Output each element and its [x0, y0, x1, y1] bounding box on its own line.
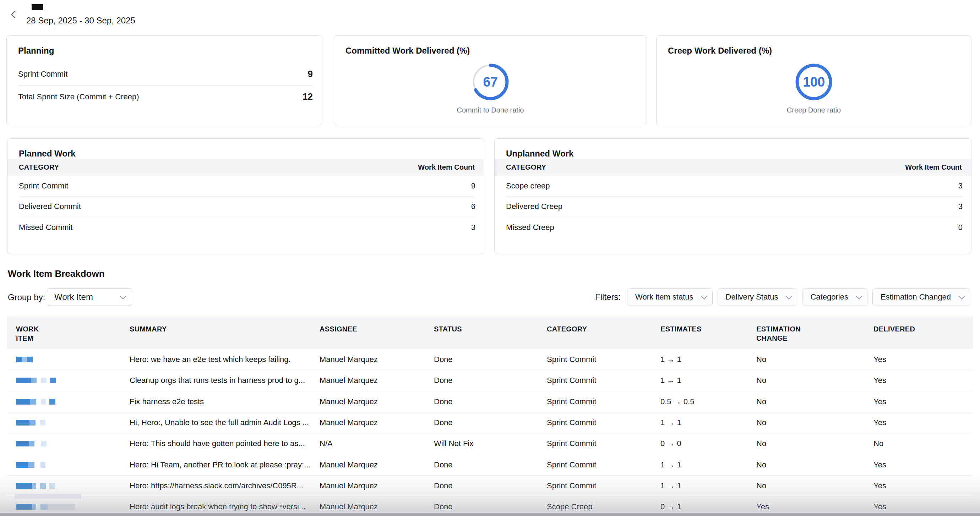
chevron-down-icon — [856, 293, 862, 299]
column-header-work-item: WORK ITEM — [7, 316, 130, 349]
cell-work-item-redacted[interactable] — [7, 412, 130, 433]
cell-category: Sprint Commit — [547, 433, 660, 454]
unplanned-work-card: Unplanned Work CATEGORY Work Item Count … — [494, 138, 972, 254]
cell-summary: Cleanup orgs that runs tests in harness … — [130, 370, 320, 391]
cell-status: Done — [434, 349, 547, 370]
category-count-row: Delivered Creep3 — [506, 196, 963, 217]
cell-work-item-redacted[interactable] — [7, 497, 130, 516]
filters-bar: Filters: Work item statusDelivery Status… — [595, 288, 970, 306]
unplanned-category-header: CATEGORY — [506, 163, 546, 171]
count-cell: 3 — [958, 181, 963, 191]
group-by-label: Group by: — [8, 292, 45, 302]
unplanned-count-header: Work Item Count — [905, 163, 962, 171]
cell-estimates: 0 → 1 — [660, 497, 756, 516]
cell-delivered: No — [873, 433, 973, 454]
planned-work-title: Planned Work — [8, 139, 484, 159]
cell-work-item-redacted[interactable] — [7, 476, 130, 497]
redacted-bar — [15, 494, 81, 499]
redacted-sprint-title — [32, 4, 43, 10]
cell-category: Sprint Commit — [547, 454, 660, 475]
category-cell: Missed Commit — [19, 223, 73, 232]
cell-estimation-change: No — [756, 412, 873, 433]
filter-estimation-changed[interactable]: Estimation Changed — [872, 288, 970, 306]
group-by-select[interactable]: Work Item — [47, 288, 132, 306]
redacted-work-item-id — [16, 420, 45, 426]
category-count-row: Missed Creep0 — [506, 217, 963, 238]
unplanned-work-rows: Scope creep3Delivered Creep3Missed Creep… — [495, 176, 971, 238]
cell-assignee: Manuel Marquez — [320, 476, 434, 497]
planned-work-card: Planned Work CATEGORY Work Item Count Sp… — [7, 138, 484, 254]
redacted-work-item-id — [16, 483, 55, 489]
cell-delivered: Yes — [873, 349, 973, 370]
filter-categories[interactable]: Categories — [802, 288, 867, 306]
column-header-status: STATUS — [434, 316, 547, 349]
cell-estimation-change: No — [756, 433, 873, 454]
cell-summary: Hi, Hero:, Unable to see the full admin … — [130, 412, 320, 433]
cell-status: Done — [434, 497, 547, 516]
cell-status: Done — [434, 454, 547, 475]
committed-card-title: Committed Work Delivered (%) — [345, 46, 635, 56]
cell-delivered: Yes — [873, 412, 973, 433]
cell-estimates: 1 → 1 — [660, 349, 756, 370]
cell-status: Done — [434, 476, 547, 497]
cell-delivered: Yes — [873, 391, 973, 412]
cell-assignee: Manuel Marquez — [320, 391, 434, 412]
cell-delivered: Yes — [873, 454, 973, 475]
cell-work-item-redacted[interactable] — [7, 454, 130, 475]
committed-gauge-value: 67 — [471, 63, 509, 101]
cell-work-item-redacted[interactable] — [7, 391, 130, 412]
committed-gauge-caption: Commit to Done ratio — [334, 106, 647, 114]
category-count-row: Sprint Commit9 — [19, 176, 476, 196]
planned-count-header: Work Item Count — [418, 163, 475, 171]
category-count-row: Scope creep3 — [506, 176, 963, 196]
category-cell: Delivered Creep — [506, 202, 562, 211]
filter-label: Estimation Changed — [881, 292, 951, 302]
sprint-report-page: 28 Sep, 2025 - 30 Sep, 2025 Planning Spr… — [0, 0, 980, 516]
planning-card: Planning Sprint Commit9Total Sprint Size… — [6, 35, 322, 125]
cell-work-item-redacted[interactable] — [7, 349, 130, 370]
count-cell: 9 — [471, 181, 476, 191]
cell-status: Will Not Fix — [434, 433, 547, 454]
count-cell: 3 — [958, 202, 963, 211]
chevron-down-icon — [120, 293, 126, 299]
cell-estimation-change: No — [756, 476, 873, 497]
cell-delivered: Yes — [873, 476, 973, 497]
cell-summary: Fix harness e2e tests — [130, 391, 320, 412]
cell-summary: Hero: This should have gotten pointed he… — [130, 433, 320, 454]
redacted-work-item-id — [16, 462, 45, 468]
chevron-left-icon — [11, 11, 19, 19]
cell-estimation-change: No — [756, 349, 873, 370]
cell-category: Sprint Commit — [547, 391, 660, 412]
planned-category-header: CATEGORY — [19, 163, 59, 171]
planning-row: Sprint Commit9 — [18, 63, 313, 85]
redacted-work-item-id — [16, 504, 75, 510]
filter-work-item-status[interactable]: Work item status — [627, 288, 712, 306]
group-by-value: Work Item — [54, 292, 93, 302]
back-button[interactable] — [9, 10, 19, 19]
cell-assignee: Manuel Marquez — [320, 370, 434, 391]
cell-summary: Hero: https://harness.slack.com/archives… — [130, 476, 320, 497]
cell-estimation-change: No — [756, 454, 873, 475]
cell-work-item-redacted[interactable] — [7, 370, 130, 391]
cell-estimation-change: No — [756, 391, 873, 412]
cell-status: Done — [434, 391, 547, 412]
cell-assignee: N/A — [320, 433, 434, 454]
cell-estimation-change: No — [756, 370, 873, 391]
creep-gauge-value: 100 — [795, 63, 833, 101]
cell-estimates: 1 → 1 — [660, 412, 756, 433]
cell-status: Done — [434, 370, 547, 391]
filter-delivery-status[interactable]: Delivery Status — [718, 288, 797, 306]
cell-work-item-redacted[interactable] — [7, 433, 130, 454]
planning-card-title: Planning — [18, 46, 313, 56]
planning-row-label: Total Sprint Size (Commit + Creep) — [18, 92, 139, 102]
creep-card-title: Creep Work Delivered (%) — [668, 46, 960, 56]
cell-assignee: Manuel Marquez — [320, 349, 434, 370]
planning-row: Total Sprint Size (Commit + Creep)12 — [18, 85, 313, 108]
committed-gauge: 67 — [471, 63, 509, 101]
column-header-assignee: ASSIGNEE — [320, 316, 434, 349]
committed-work-card: Committed Work Delivered (%) 67 Commit t… — [334, 35, 647, 125]
cell-assignee: Manuel Marquez — [320, 412, 434, 433]
cell-estimates: 1 → 1 — [660, 370, 756, 391]
cell-category: Sprint Commit — [547, 412, 660, 433]
redacted-work-item-id — [16, 378, 56, 383]
